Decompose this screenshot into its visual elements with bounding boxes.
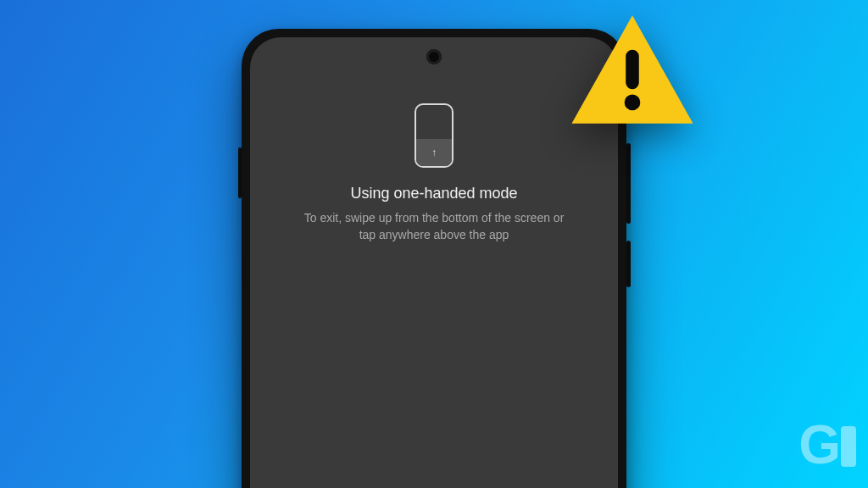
phone-button-left	[238, 147, 242, 198]
phone-screen[interactable]: ↑ Using one-handed mode To exit, swipe u…	[250, 37, 618, 488]
svg-rect-6	[626, 50, 639, 90]
swipe-up-arrow-icon: ↑	[431, 147, 437, 158]
phone-button-power	[626, 241, 631, 287]
one-handed-mode-hint[interactable]: ↑ Using one-handed mode To exit, swipe u…	[250, 37, 618, 244]
svg-point-7	[625, 95, 641, 111]
one-handed-mode-icon: ↑	[415, 103, 453, 168]
punch-hole-camera	[426, 49, 442, 64]
phone-button-volume	[626, 143, 631, 224]
empty-area[interactable]	[250, 244, 618, 488]
brand-logo: G	[798, 413, 853, 476]
one-handed-mode-title: Using one-handed mode	[250, 185, 618, 202]
phone-frame: ↑ Using one-handed mode To exit, swipe u…	[242, 29, 626, 488]
one-handed-mode-subtitle: To exit, swipe up from the bottom of the…	[303, 209, 565, 244]
